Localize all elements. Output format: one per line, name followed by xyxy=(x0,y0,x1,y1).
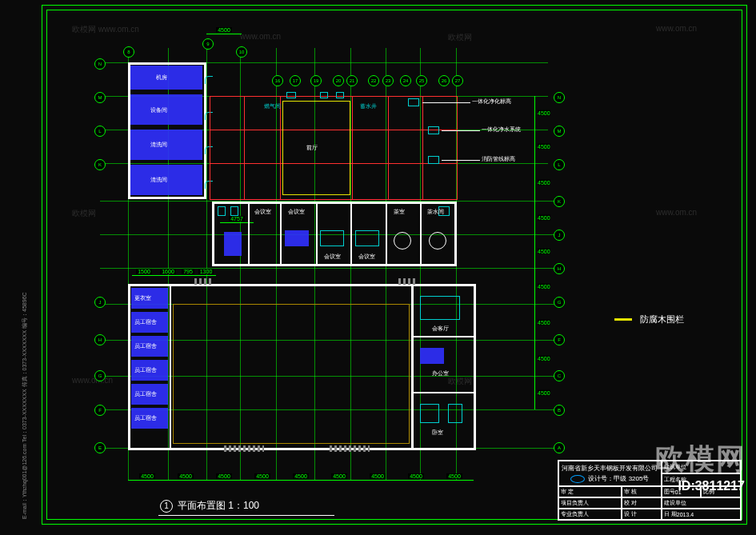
room-label: 会议室 xyxy=(324,253,341,261)
table-icon xyxy=(320,230,344,246)
tb-field: 图号 01 xyxy=(662,486,702,497)
grid-bubble: B xyxy=(554,405,565,416)
grid-bubble: H xyxy=(554,263,565,274)
legend-swatch xyxy=(614,318,632,321)
grid-bubble: 23 xyxy=(382,75,394,86)
company-logo-icon xyxy=(570,475,585,483)
grid-line-red xyxy=(422,96,423,200)
table-icon xyxy=(355,230,379,246)
wall xyxy=(128,448,476,450)
wall xyxy=(128,284,130,450)
grid-bubble: 26 xyxy=(438,75,450,86)
leader-line xyxy=(442,160,480,161)
wall xyxy=(128,197,206,199)
dimension: 4500 xyxy=(282,480,320,481)
tb-field: 审 核 xyxy=(622,486,662,497)
wall xyxy=(248,202,250,266)
grid-bubble: 27 xyxy=(452,75,463,86)
room-label: 茶水间 xyxy=(427,208,444,216)
equip-label: 消防管线标高 xyxy=(482,155,515,163)
room-label: 前厅 xyxy=(306,144,318,152)
table-icon xyxy=(285,230,309,246)
wall xyxy=(474,284,476,450)
grid-line-red xyxy=(388,96,389,200)
wall xyxy=(411,336,475,337)
equip-icon xyxy=(286,92,296,98)
wall xyxy=(411,284,414,450)
dimension: 4500 xyxy=(534,201,535,234)
dimension: 4500 xyxy=(243,480,282,481)
drawing-number-icon: 1 xyxy=(160,500,173,513)
grid-bubble: F xyxy=(554,334,565,345)
room-label: 更衣室 xyxy=(134,294,151,302)
tb-field: 比例 xyxy=(701,486,741,497)
dimension: 4500 xyxy=(397,480,435,481)
wall xyxy=(411,392,475,393)
dimension: 4500 xyxy=(534,304,535,340)
grid-bubble: G xyxy=(554,297,565,308)
room-label: 清洗间 xyxy=(150,141,167,149)
wc-icon xyxy=(230,206,238,216)
dimension: 4500 xyxy=(534,130,535,163)
leader-line xyxy=(442,130,480,131)
drawing-title-text: 平面布置图 1：100 xyxy=(178,499,259,513)
room-label: 会议室 xyxy=(288,208,305,216)
dimension: 4500 xyxy=(435,480,474,481)
stair-icon xyxy=(398,278,418,285)
wall xyxy=(350,202,352,266)
equip-icon xyxy=(320,92,328,98)
room-label: 设备间 xyxy=(150,106,167,114)
grid-bubble: C xyxy=(554,370,565,381)
equip-icon xyxy=(428,156,439,164)
grid-bubble: 20 xyxy=(333,75,344,86)
stair-icon xyxy=(194,278,214,285)
equip-icon xyxy=(428,126,439,134)
dimension: 4500 xyxy=(534,96,535,130)
wall xyxy=(386,202,387,266)
wc-icon xyxy=(218,206,226,216)
tb-field: 建设单位 xyxy=(662,497,741,509)
grid-bubble: A xyxy=(554,442,565,453)
grid-bubble: 17 xyxy=(290,75,301,86)
room-label: 员工宿舍 xyxy=(134,318,157,326)
leader-line xyxy=(422,102,470,103)
equip-label: 一体化净水系统 xyxy=(482,126,521,134)
room-label: 会议室 xyxy=(254,208,271,216)
dimension: 1600 xyxy=(156,275,180,276)
room-label: 机房 xyxy=(156,74,167,82)
wall xyxy=(454,202,457,266)
dimension: 4500 xyxy=(534,234,535,268)
stair-icon xyxy=(330,445,370,452)
room-label: 会客厅 xyxy=(432,325,449,333)
tb-field: 日 期 2013.4 xyxy=(662,509,741,520)
dimension: 4500 xyxy=(166,480,205,481)
equip-icon xyxy=(336,92,344,98)
grid-bubble: 25 xyxy=(416,75,427,86)
wall xyxy=(128,284,476,286)
grid-bubble: J xyxy=(554,230,565,241)
dimension: 1300 xyxy=(196,275,216,276)
tb-field: 校 对 xyxy=(622,497,662,509)
bed-icon xyxy=(420,404,439,423)
grid-bubble: L xyxy=(94,126,106,137)
grid-bubble: M xyxy=(554,126,565,137)
grid-bubble: 10 xyxy=(236,46,247,58)
margin-note: E-mail：Ythzhq001@126.com Tel：0373-XXXXXX… xyxy=(21,292,29,519)
grid-bubble: L xyxy=(554,159,565,170)
grid-bubble: K xyxy=(554,196,565,207)
wall xyxy=(280,202,282,266)
room-label: 卧室 xyxy=(432,429,443,437)
room-label: 员工宿舍 xyxy=(134,342,157,350)
legend-label: 防腐木围栏 xyxy=(640,313,684,325)
equip-label: 燃气间 xyxy=(264,102,281,110)
dimension: 1500 xyxy=(132,275,156,276)
desk-icon xyxy=(420,348,444,364)
dimension: 4500 xyxy=(205,480,243,481)
room-label: 员工宿舍 xyxy=(134,366,157,374)
dimension: 4500 xyxy=(534,268,535,304)
grid-line-red xyxy=(280,96,281,200)
tb-field: 工程名称 xyxy=(662,473,741,486)
room-label: 办公室 xyxy=(432,369,449,377)
dimension: 4500 xyxy=(320,480,358,481)
door-icon xyxy=(205,76,213,84)
